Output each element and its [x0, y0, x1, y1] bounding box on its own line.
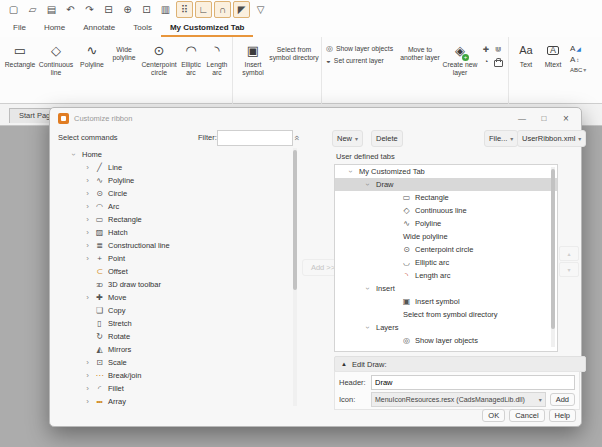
- ortho-toggle-icon[interactable]: ∟: [195, 1, 212, 18]
- tree-item[interactable]: ›≣Constructional line: [58, 239, 290, 252]
- edit-section-header[interactable]: ▲ Edit Draw:: [334, 356, 586, 372]
- chevron-collapsed-icon[interactable]: ›: [82, 189, 93, 198]
- centerpoint-circle-button[interactable]: ⊙ Centerpoint circle: [140, 40, 178, 106]
- move-down-button[interactable]: [559, 262, 579, 277]
- tree-item[interactable]: ▭Rectangle: [335, 191, 557, 204]
- tree-item[interactable]: ◭Mirrors: [58, 343, 290, 356]
- tree-item[interactable]: ›╱Line: [58, 161, 290, 174]
- tree-item[interactable]: ›Draw: [335, 178, 557, 191]
- help-button[interactable]: Help: [549, 409, 576, 422]
- add-icon-button[interactable]: Add: [550, 393, 575, 406]
- undo-icon[interactable]: ↶: [62, 1, 79, 18]
- tree-item[interactable]: ›▨Hatch: [58, 226, 290, 239]
- text-style-button[interactable]: A ◢: [570, 44, 600, 53]
- chevron-collapsed-icon[interactable]: ›: [82, 176, 93, 185]
- ok-button[interactable]: OK: [482, 409, 505, 422]
- minimize-button[interactable]: —: [511, 110, 533, 126]
- chevron-collapsed-icon[interactable]: ›: [82, 228, 93, 237]
- spell-check-button[interactable]: ABC ▾: [570, 66, 600, 73]
- icon-resource-select[interactable]: MenuIconResources.resx (CadsManagedLib.d…: [371, 392, 546, 407]
- tree-item[interactable]: Wide polyline: [335, 230, 557, 243]
- layer-lock-icon[interactable]: [494, 60, 503, 67]
- cancel-button[interactable]: Cancel: [509, 409, 544, 422]
- tree-item[interactable]: ›•••Array: [58, 395, 290, 408]
- tree-item[interactable]: ›▭Rectangle: [58, 213, 290, 226]
- text-height-button[interactable]: A ↕: [570, 55, 600, 64]
- select-from-symbol-directory-button[interactable]: Select from symbol directory: [269, 40, 319, 106]
- layer-transparency-icon[interactable]: ◔: [480, 57, 492, 67]
- tree-item[interactable]: ›Insert: [335, 282, 557, 295]
- delete-button[interactable]: Delete: [371, 130, 403, 147]
- tree-item[interactable]: ›⊡Scale: [58, 356, 290, 369]
- chevron-collapsed-icon[interactable]: ›: [82, 371, 93, 380]
- new-file-icon[interactable]: ▢: [5, 1, 22, 18]
- tree-item[interactable]: ›My Customized Tab: [335, 165, 557, 178]
- filter-input[interactable]: [217, 130, 293, 146]
- chevron-collapsed-icon[interactable]: ›: [82, 384, 93, 393]
- grid-toggle-icon[interactable]: ⠿: [176, 1, 193, 18]
- chevron-collapsed-icon[interactable]: ›: [82, 293, 93, 302]
- tree-item[interactable]: Select from symbol directory: [335, 308, 557, 321]
- tree-item[interactable]: ›+Point: [58, 252, 290, 265]
- chevron-collapsed-icon[interactable]: ›: [82, 215, 93, 224]
- chevron-collapsed-icon[interactable]: ›: [82, 163, 93, 172]
- chevron-expanded-icon[interactable]: ›: [69, 149, 78, 160]
- tree-item[interactable]: ›⊙Circle: [58, 187, 290, 200]
- tree-item[interactable]: ⊂Offset: [58, 265, 290, 278]
- tree-item[interactable]: ❏Copy: [58, 304, 290, 317]
- ribbon-file-select[interactable]: UserRibbon.xml: [517, 130, 586, 147]
- tab-file[interactable]: File: [4, 19, 35, 37]
- tree-item[interactable]: ›◠Arc: [58, 200, 290, 213]
- tab-home[interactable]: Home: [35, 19, 74, 37]
- filter-icon[interactable]: ▽: [252, 1, 269, 18]
- zoom-icon[interactable]: ⊕: [119, 1, 136, 18]
- tree-item[interactable]: ›Layers: [335, 321, 557, 334]
- tree-item[interactable]: ›∿Polyline: [58, 174, 290, 187]
- tree-item[interactable]: ›✚Move: [58, 291, 290, 304]
- left-tree-scrollbar[interactable]: [293, 148, 297, 406]
- show-layer-objects-button[interactable]: ◎ Show layer objects: [326, 44, 398, 53]
- redo-icon[interactable]: ↷: [81, 1, 98, 18]
- tree-item[interactable]: ›Home: [58, 148, 290, 161]
- set-current-layer-button[interactable]: ◒ Set current layer: [326, 56, 398, 65]
- elliptic-arc-button[interactable]: ◠ Elliptic arc: [178, 40, 204, 106]
- chevron-expanded-icon[interactable]: ›: [363, 179, 372, 190]
- save-icon[interactable]: ▤: [43, 1, 60, 18]
- osnap-toggle-icon[interactable]: ∩: [214, 1, 231, 18]
- tree-item[interactable]: ⊙Centerpoint circle: [335, 243, 557, 256]
- right-tree-scrollbar[interactable]: [551, 167, 555, 347]
- tree-item[interactable]: ◡Elliptic arc: [335, 256, 557, 269]
- tree-item[interactable]: ◎Show layer objects: [335, 334, 557, 347]
- insert-symbol-button[interactable]: ▣ Insert symbol: [237, 40, 269, 106]
- tree-item[interactable]: ∿Polyline: [335, 217, 557, 230]
- tab-my-customized-tab[interactable]: My Customized Tab: [161, 19, 254, 37]
- chevron-collapsed-icon[interactable]: ›: [82, 254, 93, 263]
- tree-item[interactable]: ▯Stretch: [58, 317, 290, 330]
- chevron-collapsed-icon[interactable]: ›: [82, 202, 93, 211]
- open-folder-icon[interactable]: ▱: [24, 1, 41, 18]
- tree-item[interactable]: ›⋯Break/join: [58, 369, 290, 382]
- chevron-expanded-icon[interactable]: ›: [363, 283, 372, 294]
- chevron-expanded-icon[interactable]: ›: [363, 322, 372, 333]
- layer-grab-icon[interactable]: ⋓: [492, 45, 504, 54]
- new-button[interactable]: New: [332, 130, 363, 147]
- layer-move-icon[interactable]: ✚: [480, 45, 492, 54]
- move-up-button[interactable]: [559, 246, 579, 261]
- continuous-line-button[interactable]: ◇ Continuous line: [36, 40, 76, 106]
- tree-item[interactable]: ↻Rotate: [58, 330, 290, 343]
- tree-item[interactable]: 3D3D draw toolbar: [58, 278, 290, 291]
- tree-item[interactable]: ◝Length arc: [335, 269, 557, 282]
- tab-annotate[interactable]: Annotate: [74, 19, 124, 37]
- print-icon[interactable]: ⊟: [100, 1, 117, 18]
- wide-polyline-button[interactable]: Wide polyline: [108, 40, 140, 106]
- tree-item[interactable]: ◇Continuous line: [335, 204, 557, 217]
- header-input[interactable]: [371, 375, 575, 390]
- close-button[interactable]: ×: [555, 110, 577, 126]
- length-arc-button[interactable]: ◝ Length arc: [204, 40, 230, 106]
- text-button[interactable]: Aa Text: [513, 40, 539, 106]
- chevron-collapsed-icon[interactable]: ›: [82, 397, 93, 406]
- collapse-all-icon[interactable]: [290, 131, 303, 144]
- select-toggle-icon[interactable]: ◤: [233, 1, 250, 18]
- tab-tools[interactable]: Tools: [124, 19, 161, 37]
- tree-item[interactable]: ›◜Fillet: [58, 382, 290, 395]
